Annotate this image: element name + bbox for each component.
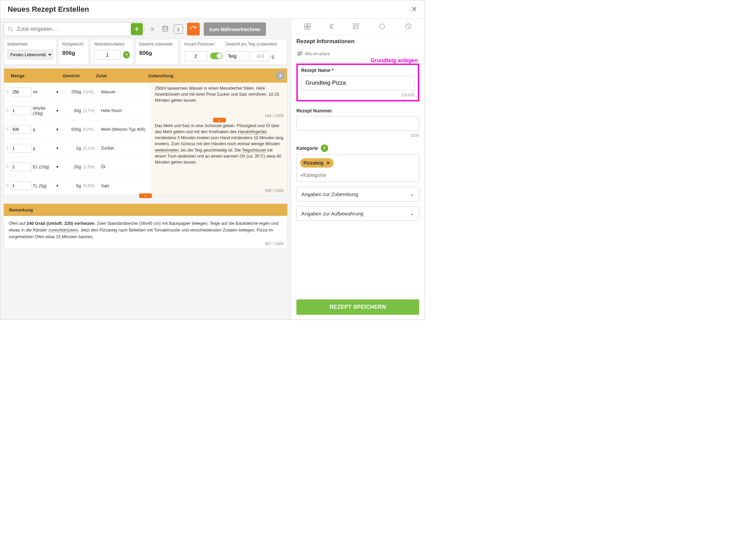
bemerkung-body[interactable]: Ofen auf 240 Grad (Umluft: 220) vorheize… (4, 216, 287, 249)
qty-input[interactable] (11, 88, 31, 96)
prep-step-cell[interactable]: 250ml lauwarmes Wasser in einen Messbech… (152, 83, 287, 120)
download-icon[interactable] (174, 25, 183, 34)
tab-calculator-icon[interactable] (304, 23, 311, 31)
unit-cell[interactable]: EL (10g) (31, 164, 55, 169)
svg-rect-15 (353, 27, 355, 29)
chevron-down-icon[interactable]: ▼ (55, 109, 62, 113)
help-icon[interactable]: ? (123, 51, 130, 59)
chevron-down-icon: ⌄ (410, 191, 414, 197)
collapse-handle-icon[interactable]: – (139, 193, 152, 198)
accordion-aufbewahrung[interactable]: Angaben zur Aufbewahrung ⌄ (296, 206, 419, 221)
weight-per-input[interactable] (251, 51, 270, 61)
recipe-name-label: Rezept Name * (301, 68, 414, 73)
tab-allergen-icon[interactable] (404, 23, 412, 31)
save-recipe-button[interactable]: REZEPT SPEICHERN (296, 299, 419, 315)
name-cell: Mehl (Weizen Typ 405) (98, 127, 151, 132)
chevron-down-icon[interactable]: ▼ (55, 127, 62, 132)
portion-unit-input[interactable] (225, 51, 249, 61)
name-cell: Hefe frisch (98, 108, 151, 113)
unit-cell[interactable]: ml (31, 89, 55, 94)
chevron-down-icon[interactable]: ▼ (55, 184, 62, 188)
qty-input[interactable] (11, 181, 31, 190)
tab-price-icon[interactable]: € (330, 23, 334, 31)
drag-handle-icon[interactable]: ⠿ (6, 108, 11, 113)
svg-point-19 (380, 24, 385, 29)
qty-input[interactable] (11, 162, 31, 171)
drag-handle-icon[interactable]: ⠿ (6, 184, 11, 188)
ingredient-row: ⠿ g ▼ 500g (62%) Mehl (Weizen Typ 405) (4, 120, 151, 139)
to-nutrition-calc-button[interactable]: zum Nährwertrechner (204, 23, 266, 36)
category-field[interactable]: Pizzateig ✕ (296, 155, 419, 182)
ingredient-search[interactable] (4, 22, 144, 36)
svg-rect-10 (308, 24, 310, 26)
drag-handle-icon[interactable]: ⠿ (6, 127, 11, 132)
drag-handle-icon[interactable]: ⠿ (6, 164, 11, 169)
svg-point-0 (8, 27, 12, 31)
pct-cell: (62%) (81, 127, 98, 132)
name-cell: Zucker (98, 146, 151, 151)
portions-toggle[interactable] (210, 52, 223, 59)
add-step-button[interactable]: + (276, 71, 285, 80)
tab-qr-icon[interactable] (352, 23, 360, 31)
drag-handle-icon[interactable]: ⠿ (6, 90, 11, 94)
pct-cell: (3,7%) (81, 108, 98, 113)
unit-cell[interactable]: Würfel (30g) (31, 106, 55, 116)
chip-label: Pizzateig (303, 160, 324, 165)
chevron-down-icon: ⌄ (410, 211, 414, 216)
svg-rect-9 (305, 24, 307, 26)
prep-step-cell[interactable]: Das Mehl und Salz in eine Schüssel geben… (152, 120, 287, 195)
help-icon[interactable]: ? (321, 145, 328, 152)
cooked-weight-value: 806g (139, 50, 175, 57)
qty-input[interactable] (11, 144, 31, 153)
th-zutat: Zutat (96, 73, 146, 78)
add-ingredient-button[interactable] (131, 23, 143, 35)
weight-per-label: Gewicht pro Teig (zubereitet) (225, 42, 284, 46)
tab-badge-icon[interactable] (378, 23, 386, 31)
mis-en-place-toggle[interactable]: Mis-en-place (296, 48, 419, 58)
svg-point-6 (163, 26, 168, 28)
close-icon[interactable]: ✕ (411, 5, 417, 14)
drag-handle-icon[interactable]: ⠿ (6, 146, 11, 150)
ingredient-search-input[interactable] (13, 26, 144, 32)
th-gewicht: Gewicht (63, 73, 96, 78)
ingredient-row: ⠿ g ▼ 1g (0,1%) Zucker (4, 139, 151, 157)
chevron-down-icon[interactable]: ▼ (55, 165, 62, 169)
ingredient-row: ⠿ EL (10g) ▼ 20g (2,5%) Öl (4, 157, 151, 176)
name-cell: Salz (98, 183, 151, 188)
unit-cell[interactable]: TL (5g) (31, 183, 55, 188)
annotation-label: Grundteig anlegen (296, 58, 419, 64)
search-icon (7, 26, 13, 32)
category-label: Kategorie (296, 146, 318, 151)
mis-en-place-label: Mis-en-place (305, 51, 330, 56)
portions-input[interactable] (184, 51, 208, 61)
recipe-name-input[interactable] (301, 76, 414, 90)
collapse-handle-icon[interactable]: – (213, 118, 226, 122)
chip-remove-icon[interactable]: ✕ (326, 160, 330, 165)
qty-input[interactable] (11, 106, 31, 115)
unit-cell[interactable]: g (31, 127, 55, 132)
char-count: 307 / 1000 (265, 241, 284, 247)
chevron-down-icon[interactable]: ▼ (55, 146, 62, 150)
weight-cell: 500g (62, 127, 81, 132)
pct-cell: (2,5%) (81, 164, 98, 169)
svg-rect-11 (305, 27, 307, 29)
chevron-down-icon[interactable]: ▼ (55, 90, 62, 94)
refresh-button[interactable] (187, 23, 200, 35)
qty-input[interactable] (11, 125, 31, 134)
svg-line-1 (11, 30, 13, 31)
reduction-input[interactable] (94, 50, 120, 60)
weight-cell: 1g (62, 146, 81, 151)
reduction-label: Reduktionsfaktor: (94, 42, 130, 46)
accordion-zubereitung[interactable]: Angaben zur Zubereitung ⌄ (296, 187, 419, 201)
pct-cell: (0,6%) (81, 183, 98, 188)
category-input[interactable] (300, 172, 415, 178)
clear-icon[interactable] (148, 25, 157, 33)
right-section-title: Rezept Informationen (296, 35, 419, 48)
unit-select[interactable]: Festes Lebensmittel (g) (7, 50, 53, 59)
database-icon[interactable] (161, 25, 170, 33)
recipe-number-input[interactable] (296, 116, 419, 131)
name-cell: Öl (98, 164, 151, 169)
unit-cell[interactable]: g (31, 146, 55, 151)
weight-cell: 30g (62, 108, 81, 113)
name-cell: Wasser (98, 89, 151, 94)
